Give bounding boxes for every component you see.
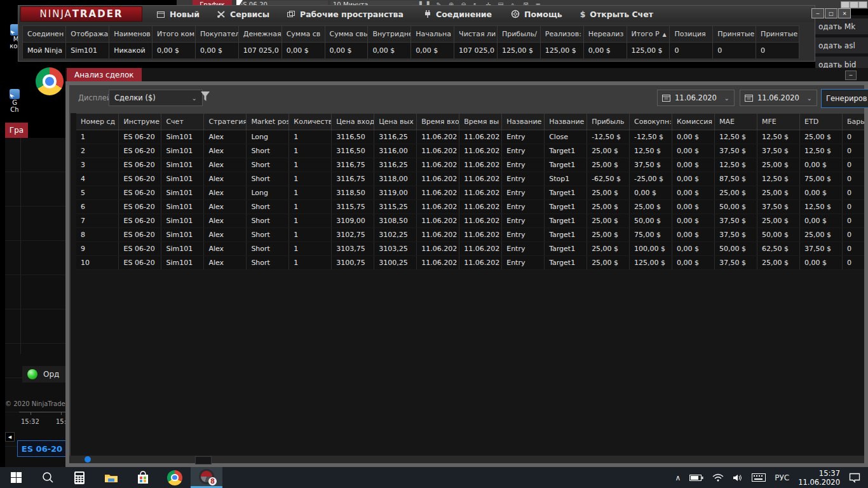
table-row[interactable]: 3ES 06-20Sim101AlexShort13116,753116,251…: [76, 158, 864, 172]
taskbar-clock[interactable]: 15:37 11.06.2020: [798, 469, 840, 487]
minimize-button[interactable]: ─: [811, 8, 824, 18]
table-row[interactable]: 1ES 06-20Sim101AlexLong13116,503116,2511…: [76, 130, 864, 144]
column-header[interactable]: Комиссия: [672, 114, 715, 130]
table-cell: ES 06-20: [119, 158, 161, 172]
filter-icon[interactable]: [200, 91, 210, 102]
chart-instrument-tab[interactable]: ES 06-20: [17, 440, 67, 457]
column-header[interactable]: Принятые: [713, 26, 756, 43]
sell-ask-button[interactable]: одать asl: [815, 37, 868, 53]
file-explorer-button[interactable]: [95, 467, 127, 488]
tray-expand-icon[interactable]: ∧: [675, 473, 681, 482]
column-header[interactable]: Внутридне: [368, 26, 411, 43]
column-header[interactable]: Покупател: [195, 26, 238, 43]
column-header[interactable]: ETD: [799, 114, 842, 130]
column-header[interactable]: Принятые: [756, 26, 799, 43]
desktop-icon-chrome-shortcut[interactable]: G Ch: [5, 89, 24, 113]
column-header[interactable]: Цена вход: [332, 114, 374, 130]
column-header[interactable]: Нереализ: [583, 26, 627, 43]
column-header[interactable]: Название: [502, 114, 545, 130]
wifi-icon[interactable]: [712, 473, 724, 482]
sell-market-button[interactable]: одать Mk: [815, 18, 868, 34]
menu-tools[interactable]: Сервисы: [217, 10, 269, 19]
language-indicator[interactable]: РУС: [775, 473, 789, 482]
column-header[interactable]: Реализов:: [540, 26, 583, 43]
table-row[interactable]: 2ES 06-20Sim101AlexShort13116,503116,001…: [76, 144, 864, 158]
table-cell: 0,00 $: [368, 43, 411, 59]
generate-button[interactable]: Генериров: [821, 89, 868, 108]
table-cell: 6: [76, 200, 119, 214]
tab-chart-partial[interactable]: Гра: [5, 123, 28, 138]
table-row[interactable]: 5ES 06-20Sim101AlexLong13118,503119,0011…: [76, 186, 864, 200]
table-row[interactable]: 9ES 06-20Sim101AlexShort13103,753103,251…: [76, 242, 864, 256]
column-header[interactable]: Соединен: [23, 26, 66, 43]
search-button[interactable]: [32, 467, 64, 488]
battery-icon[interactable]: [689, 474, 703, 482]
desktop-icon-chrome[interactable]: [36, 67, 64, 95]
column-header[interactable]: Время вхо: [417, 114, 459, 130]
table-row[interactable]: 4ES 06-20Sim101AlexShort13116,753118,001…: [76, 172, 864, 186]
column-header[interactable]: Начальна: [411, 26, 454, 43]
menu-workspaces[interactable]: Рабочие пространства: [287, 10, 403, 19]
menu-open-account[interactable]: $ Открыть Счет: [580, 10, 653, 19]
date-to-picker[interactable]: 11.06.2020 ⌄: [740, 90, 817, 106]
column-header[interactable]: Совокупн:: [630, 114, 672, 130]
table-row[interactable]: Мой NinjaSim101Никакой0,00 $0,00 $107 02…: [23, 43, 799, 59]
column-header[interactable]: Цена вых: [374, 114, 417, 130]
column-header[interactable]: Сумма св: [281, 26, 325, 43]
start-button[interactable]: [0, 467, 32, 488]
column-header[interactable]: Market pos: [247, 114, 289, 130]
column-header[interactable]: Наименов: [109, 26, 153, 43]
column-header[interactable]: Количеств: [289, 114, 332, 130]
table-row[interactable]: 10ES 06-20Sim101AlexShort13100,753100,25…: [76, 256, 864, 270]
bottom-tab[interactable]: [195, 456, 212, 464]
column-header[interactable]: MFE: [757, 114, 800, 130]
column-header[interactable]: Чистая ли: [454, 26, 498, 43]
column-header[interactable]: Номер сд: [76, 114, 119, 130]
column-header[interactable]: Прибыль/: [497, 26, 540, 43]
column-header[interactable]: MAE: [715, 114, 757, 130]
minimize-button[interactable]: [841, 1, 850, 8]
trade-analysis-tab[interactable]: Анализ сделок: [67, 68, 142, 81]
sell-bid-button[interactable]: одать bid: [815, 57, 868, 68]
minimize-icon[interactable]: ─: [845, 71, 857, 80]
column-header[interactable]: Бары: [842, 114, 864, 130]
title-bar[interactable]: Анализ сделок ─: [65, 68, 868, 81]
column-header[interactable]: Итого Р▲: [627, 26, 670, 43]
column-header[interactable]: Сумма свь: [325, 26, 368, 43]
column-header[interactable]: Позиция: [670, 26, 713, 43]
column-header[interactable]: Инструме: [119, 114, 161, 130]
scroll-left-icon[interactable]: ◀: [5, 432, 15, 442]
date-from-picker[interactable]: 11.06.2020 ⌄: [657, 90, 735, 106]
column-header[interactable]: Денежная: [238, 26, 281, 43]
chrome-button[interactable]: [159, 467, 191, 488]
column-header[interactable]: Счет: [161, 114, 204, 130]
column-header[interactable]: Итого ком: [153, 26, 196, 43]
calculator-button[interactable]: [64, 467, 95, 488]
table-row[interactable]: 6ES 06-20Sim101AlexShort13115,753115,251…: [76, 200, 864, 214]
store-button[interactable]: [127, 467, 159, 488]
column-header[interactable]: Название: [545, 114, 587, 130]
column-header[interactable]: Отобража: [66, 26, 109, 43]
close-button[interactable]: ✕: [838, 8, 851, 18]
display-dropdown[interactable]: Сделки ($) ⌄: [109, 90, 203, 106]
table-row[interactable]: 8ES 06-20Sim101AlexShort13102,753102,251…: [76, 228, 864, 242]
maximize-button[interactable]: □: [825, 8, 837, 18]
speaker-icon[interactable]: [733, 473, 743, 482]
notification-center-icon[interactable]: [849, 473, 860, 483]
maximize-button[interactable]: [850, 1, 858, 8]
table-cell: Sim101: [161, 158, 204, 172]
table-cell: 37,50 $: [715, 256, 757, 270]
table-row[interactable]: 7ES 06-20Sim101AlexShort13109,003108,501…: [76, 214, 864, 228]
keyboard-icon[interactable]: [752, 473, 766, 482]
column-header[interactable]: Стратегия: [204, 114, 247, 130]
table-cell: 11.06.202: [417, 130, 459, 144]
menu-help[interactable]: Помощь: [511, 10, 562, 19]
menu-connections[interactable]: Соединение: [424, 10, 492, 19]
ninjatrader-taskbar-button[interactable]: 8: [191, 467, 222, 488]
close-button[interactable]: [858, 1, 867, 8]
column-header[interactable]: Прибыль: [587, 114, 630, 130]
column-header[interactable]: Время вы: [459, 114, 502, 130]
orders-indicator[interactable]: Орд: [22, 366, 71, 383]
table-cell: Entry: [502, 256, 545, 270]
menu-new[interactable]: Новый: [156, 10, 200, 19]
